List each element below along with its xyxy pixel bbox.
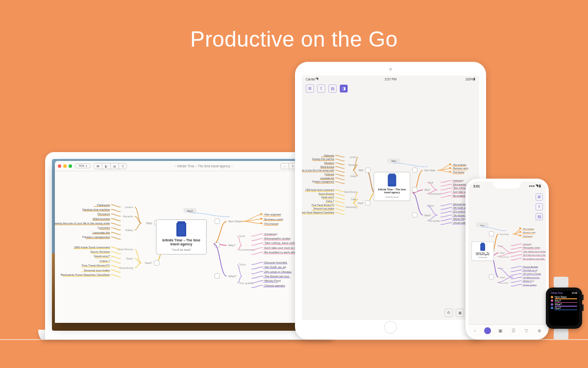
svg-point-7 [260,218,262,220]
panel-toggle-icon[interactable]: ◨ [340,84,348,93]
share-icon[interactable]: ⇧ [536,203,543,210]
grid-icon[interactable]: ⊞ [536,193,543,201]
zoom-selector[interactable]: 75% ▾ [75,163,91,168]
svg-text:Backwards Home Magazine Classi: Backwards Home Magazine Classifieds [302,211,335,214]
mindmap-canvas-mac[interactable]: NextNext StepsHire engineerBusiness card… [55,171,319,323]
side-button[interactable] [582,304,584,311]
toolbar-button[interactable]: ◧ [102,163,111,169]
bullet-icon [551,307,553,309]
svg-text:Hire engineer: Hire engineer [453,164,467,166]
watch-row-label: Why? [555,299,561,302]
svg-text:Advertising: Advertising [119,266,133,269]
tardis-icon [388,175,396,186]
traffic-light-minimize[interactable] [63,164,67,168]
svg-text:Sales: Sales [351,198,357,201]
svg-rect-96 [413,187,417,192]
svg-rect-64 [154,261,159,265]
svg-point-87 [449,163,451,165]
watch-strap-bottom [554,329,568,340]
camera-dot [389,68,392,71]
svg-text:Tour guides: Tour guides [499,282,509,284]
add-icon[interactable]: ⊕ [536,327,543,334]
central-subtitle: "You'll be back" [478,257,488,259]
svg-text:Tour guides: Tour guides [239,282,254,285]
outline-icon[interactable]: ▤ [328,84,337,93]
clock-label: 3:01 [473,184,480,188]
svg-text:R&D: R&D [146,222,152,225]
svg-text:Temporal loop jingles: Temporal loop jingles [313,208,335,210]
digital-crown[interactable] [582,294,584,300]
svg-text:Meeting the love of your life : Meeting the love of your life in the wro… [302,169,334,172]
svg-text:Why?: Why? [500,252,505,254]
watch-row-label: Next Steps [555,295,566,298]
svg-text:Discover Australia: Discover Australia [265,261,288,264]
back-icon[interactable]: ‹ [471,327,478,334]
outline-icon[interactable]: ▤ [536,213,543,220]
settings-icon[interactable]: ⚙ [444,309,453,317]
image-icon[interactable]: ▣ [456,309,464,317]
svg-text:Witch-burning: Witch-burning [320,166,335,168]
svg-rect-126 [366,168,370,173]
toolbar-segment-left: ⬒ ◧ ▤ ☰ [94,163,127,169]
svg-text:Find lawyer: Find lawyer [265,222,279,225]
traffic-light-close[interactable] [58,164,61,168]
central-node[interactable]: Infinite Time – The time travel agency "… [471,241,494,261]
svg-text:Witch-burning: Witch-burning [93,217,110,220]
svg-text:Costumes: Costumes [98,226,110,229]
watch-device: Infinite Time 10:09 Next StepsWhy?What?H… [546,277,576,340]
svg-text:Chronic partners: Chronic partners [265,284,285,287]
watch-row-label: How? [555,307,561,310]
svg-text:Ethnographic studies: Ethnographic studies [265,237,291,240]
svg-text:Language kits: Language kits [320,177,335,180]
svg-rect-147 [366,201,370,206]
svg-text:Speak easy?: Speak easy? [321,196,335,199]
watch-body: Infinite Time 10:09 Next StepsWhy?What?H… [546,288,582,329]
svg-text:What?: What? [228,275,237,278]
home-button[interactable] [384,321,397,334]
toolbar-button[interactable]: ☰ [119,163,126,169]
svg-text:Dinosaurs: Dinosaurs [324,162,334,164]
svg-text:Find lawyer: Find lawyer [453,171,465,174]
ipad-screen: Carrier ◥ 3:57 PM 100% ▮ ⊞ ⇧ ▤ ◨ NextNex… [302,76,479,320]
svg-text:Costumes: Costumes [324,173,334,176]
svg-rect-193 [489,274,493,279]
traffic-light-zoom[interactable] [69,164,72,168]
svg-text:Flatlinerite: Flatlinerite [324,155,335,157]
svg-text:Commitment: Commitment [499,256,510,258]
mindmap-canvas-ipad[interactable]: NextNext StepsHire engineerBusiness card… [302,95,479,320]
central-node[interactable]: Infinite Time – The time travel agency "… [374,172,411,201]
svg-rect-27 [215,273,220,278]
central-node[interactable]: Infinite Time – The time travel agency "… [156,219,207,255]
svg-rect-2 [215,219,220,224]
toolbar-button[interactable]: ⬒ [94,163,102,169]
svg-text:Next Steps: Next Steps [424,169,436,172]
svg-text:Flatlinerite: Flatlinerite [97,204,110,207]
list-icon[interactable]: ☰ [510,327,517,334]
card-icon[interactable]: ▣ [497,327,504,334]
window-title: ~ Infinite Time – The time travel agency… [130,164,277,168]
svg-text:Next: Next [481,225,485,227]
toolbar-button[interactable]: ⋯ [281,163,289,169]
svg-point-173 [519,231,521,233]
mindmap-canvas-iphone[interactable]: NextNext StepsHire engineerBusiness card… [468,190,546,324]
svg-point-176 [519,235,521,236]
svg-text:The Mozart tart tour: The Mozart tart tour [265,275,289,278]
svg-text:Speak easy?: Speak easy? [94,255,110,258]
svg-text:20's winds in Chicago: 20's winds in Chicago [265,270,292,273]
svg-text:Tour guides: Tour guides [429,220,441,222]
toolbar-button[interactable]: ▤ [111,163,119,169]
svg-rect-168 [489,232,493,236]
macbook-device: 75% ▾ ⬒ ◧ ▤ ☰ ~ Infinite Time – The time… [38,152,336,340]
watch-row[interactable]: Why? [551,299,577,302]
watch-screen[interactable]: Infinite Time 10:09 Next StepsWhy?What?H… [549,290,579,326]
svg-text:Sports Almanac: Sports Almanac [318,193,335,195]
iphone-screen: 3:01 ●●● ◥ ▮ ⊞ ⇧ ▤ NextNext StepsHire en… [468,182,546,337]
filter-icon[interactable]: ▽ [523,327,530,334]
grid-icon[interactable]: ⊞ [306,84,314,93]
focus-icon[interactable] [484,327,491,334]
svg-text:Paradox management: Paradox management [312,181,335,183]
share-icon[interactable]: ⇧ [317,84,325,93]
watch-row[interactable]: How? [551,307,577,310]
iphone-side-tools: ⊞ ⇧ ▤ [536,193,543,220]
svg-text:Immersion: Immersion [453,180,464,182]
